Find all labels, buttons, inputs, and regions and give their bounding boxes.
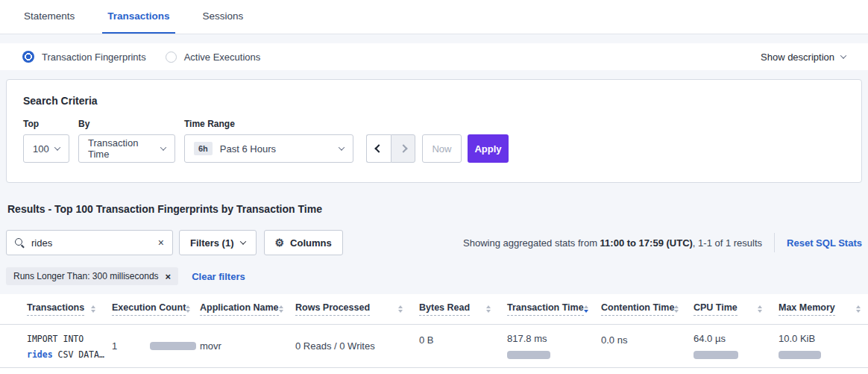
column-label: CPU Time: [694, 302, 738, 316]
radio-transaction-fingerprints[interactable]: Transaction Fingerprints: [22, 51, 146, 63]
tab-transactions[interactable]: Transactions: [102, 0, 174, 34]
table-row: IMPORT INTO rides CSV DATA… 1 movr 0 Rea…: [0, 325, 868, 368]
filter-chip-label: Runs Longer Than: 300 milliseconds: [13, 271, 159, 281]
column-label: Transactions: [27, 302, 84, 316]
time-range-label: Time Range: [184, 119, 353, 129]
top-select[interactable]: 100: [23, 134, 69, 163]
filters-button[interactable]: Filters (1): [179, 230, 257, 255]
query-line-2: rides CSV DATA…: [27, 347, 95, 363]
bytes-read-value: 0 B: [419, 334, 434, 346]
by-label: By: [78, 119, 175, 129]
time-shift-buttons: [366, 134, 415, 163]
stats-prefix: Showing aggregated stats from: [463, 237, 600, 249]
sort-icon: [186, 305, 190, 313]
gear-icon: ⚙: [275, 237, 285, 248]
max-memory-bar: [779, 351, 821, 359]
transaction-time-cell: 817.8 ms: [507, 325, 601, 367]
stats-text: Showing aggregated stats from 11:00 to 1…: [463, 237, 762, 249]
column-header-bytes-read[interactable]: Bytes Read: [419, 302, 507, 316]
column-header-execution-count[interactable]: Execution Count: [112, 302, 200, 316]
transaction-time-value: 817.8 ms: [507, 333, 585, 344]
sort-icon: [486, 305, 491, 313]
tab-label: Statements: [24, 10, 75, 22]
sort-icon: [674, 305, 679, 313]
column-header-transactions[interactable]: Transactions: [27, 302, 112, 316]
page-tabs: Statements Transactions Sessions: [0, 0, 868, 34]
now-label: Now: [432, 143, 451, 155]
radio-active-executions[interactable]: Active Executions: [166, 52, 261, 63]
show-description-label: Show description: [761, 52, 834, 63]
chevron-down-icon: [840, 52, 846, 58]
tab-sessions[interactable]: Sessions: [198, 0, 249, 34]
results-toolbar: × Filters (1) ⚙ Columns Showing aggregat…: [6, 230, 862, 255]
show-description-toggle[interactable]: Show description: [761, 52, 846, 63]
time-range-select[interactable]: 6h Past 6 Hours: [184, 134, 353, 163]
clear-search-icon[interactable]: ×: [158, 237, 164, 248]
now-button[interactable]: Now: [422, 134, 462, 163]
stats-suffix: , 1-1 of 1 results: [693, 237, 762, 249]
column-header-cpu-time[interactable]: CPU Time: [694, 302, 779, 316]
results-search-box: ×: [6, 230, 173, 255]
by-select[interactable]: Transaction Time: [78, 134, 175, 163]
radio-label: Transaction Fingerprints: [42, 52, 146, 63]
max-memory-cell: 10.0 KiB: [779, 325, 868, 367]
rows-processed-cell: 0 Reads / 0 Writes: [295, 325, 419, 367]
search-input[interactable]: [31, 237, 154, 249]
column-label: Execution Count: [112, 302, 186, 316]
application-name-cell: movr: [200, 325, 295, 367]
columns-button[interactable]: ⚙ Columns: [264, 230, 343, 255]
chevron-down-icon: [239, 238, 245, 244]
rows-processed-value: 0 Reads / 0 Writes: [295, 340, 375, 352]
execution-count-cell: 1: [112, 325, 200, 367]
remove-filter-icon[interactable]: ×: [166, 271, 172, 282]
column-header-transaction-time[interactable]: Transaction Time: [507, 302, 601, 316]
top-label: Top: [23, 119, 69, 129]
transaction-time-bar: [507, 351, 550, 359]
cpu-time-value: 64.0 µs: [694, 333, 762, 344]
column-header-contention-time[interactable]: Contention Time: [601, 302, 694, 316]
column-header-rows-processed[interactable]: Rows Processed: [295, 302, 419, 316]
vertical-divider: [774, 233, 775, 252]
column-header-application-name[interactable]: Application Name: [200, 302, 295, 316]
chevron-down-icon: [160, 144, 166, 150]
table-header-row: Transactions Execution Count Application…: [0, 294, 868, 325]
stats-time-range: 11:00 to 17:59 (UTC): [600, 237, 693, 249]
cpu-time-bar: [694, 351, 738, 359]
search-criteria-controls: Top 100 By Transaction Time Time Range 6…: [23, 119, 845, 163]
application-name-value: movr: [200, 340, 221, 352]
time-range-badge: 6h: [194, 142, 213, 155]
search-criteria-card: Search Criteria Top 100 By Transaction T…: [6, 79, 862, 183]
aggregated-stats: Showing aggregated stats from 11:00 to 1…: [463, 233, 862, 252]
clear-filters-link[interactable]: Clear filters: [192, 271, 245, 282]
time-range-value: Past 6 Hours: [220, 143, 276, 155]
top-value: 100: [33, 143, 49, 155]
sort-icon: [279, 305, 283, 313]
column-header-max-memory[interactable]: Max Memory: [779, 302, 868, 316]
top-field: Top 100: [23, 119, 69, 163]
execution-count-value: 1: [112, 340, 117, 352]
tab-statements[interactable]: Statements: [19, 0, 80, 34]
radio-selected-icon: [22, 51, 34, 63]
filter-chip: Runs Longer Than: 300 milliseconds ×: [6, 267, 178, 285]
time-range-field: Time Range 6h Past 6 Hours: [184, 119, 353, 163]
column-label: Transaction Time: [507, 302, 584, 316]
column-label: Contention Time: [601, 302, 674, 316]
reset-sql-stats-link[interactable]: Reset SQL Stats: [787, 237, 862, 249]
time-shift-back-button[interactable]: [366, 134, 391, 163]
apply-button[interactable]: Apply: [468, 134, 509, 163]
chevron-right-icon: [399, 144, 407, 152]
search-icon: [15, 238, 25, 248]
query-line-1: IMPORT INTO: [27, 331, 95, 347]
column-label: Max Memory: [779, 302, 835, 316]
by-value: Transaction Time: [88, 137, 161, 160]
transaction-fingerprint-cell[interactable]: IMPORT INTO rides CSV DATA…: [27, 325, 112, 367]
query-rest: CSV DATA…: [53, 349, 104, 360]
tab-label: Sessions: [203, 10, 244, 22]
chevron-down-icon: [54, 144, 60, 150]
sort-icon: [91, 305, 95, 313]
time-shift-forward-button[interactable]: [391, 134, 415, 163]
radio-unselected-icon: [166, 52, 177, 63]
search-criteria-title: Search Criteria: [23, 95, 845, 107]
column-label: Bytes Read: [419, 302, 470, 316]
query-table-name[interactable]: rides: [27, 349, 53, 360]
